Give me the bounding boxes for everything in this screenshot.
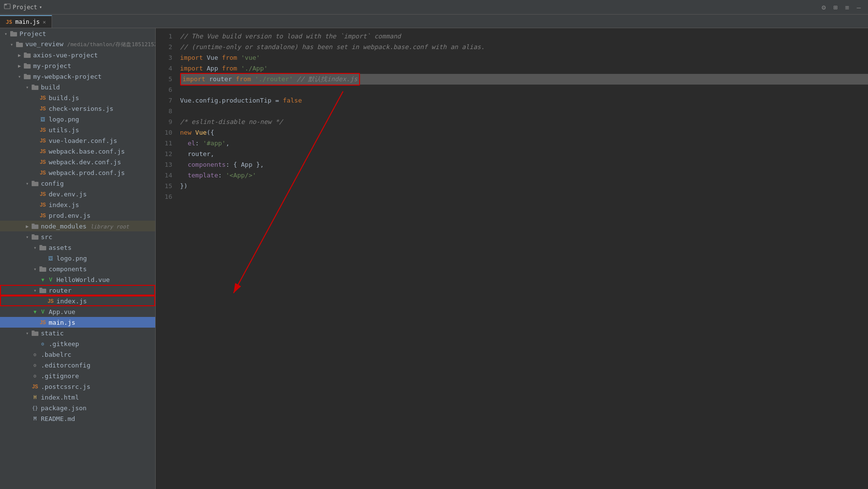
- package-json-icon: {}: [31, 404, 39, 411]
- sidebar-item-assets[interactable]: ▾ assets: [0, 242, 155, 253]
- sidebar-item-my-project[interactable]: ▶ my-project: [0, 60, 155, 71]
- code-line-15: }): [180, 181, 868, 192]
- settings-icon[interactable]: ⚙: [818, 2, 829, 13]
- logo-build-icon: 🖼: [39, 116, 47, 122]
- tab-close-icon[interactable]: ✕: [43, 19, 46, 25]
- sidebar-label-helloworld: HelloWorld.vue: [56, 276, 110, 283]
- svg-rect-23: [39, 266, 42, 268]
- sidebar-label-logo-src: logo.png: [56, 255, 87, 262]
- code-editor[interactable]: 1 2 3 4 5 6 7 8 9 10 11 12 13 14 15 16: [156, 28, 868, 489]
- sidebar[interactable]: ▾ Project ▾ vue_review /media/thanlon/存储…: [0, 28, 156, 489]
- sidebar-label-my-project: my-project: [33, 62, 71, 70]
- sidebar-label-build: build: [41, 84, 60, 91]
- sidebar-label-axios: axios-vue-project: [33, 52, 98, 59]
- sidebar-label-index-router: index.js: [56, 297, 87, 305]
- router-folder-icon: [39, 287, 47, 294]
- sidebar-item-index-html[interactable]: H index.html: [0, 392, 155, 402]
- project-dropdown[interactable]: Project ▾: [4, 3, 42, 11]
- config-icon[interactable]: ≡: [842, 2, 852, 13]
- sidebar-item-editorconfig[interactable]: ⚙ .editorconfig: [0, 360, 155, 370]
- sidebar-label-gitignore: .gitignore: [41, 372, 79, 380]
- expand-arrow-router: ▾: [31, 288, 39, 293]
- sidebar-label-babelrc: .babelrc: [41, 351, 72, 358]
- sidebar-label-vue-review: vue_review /media/thanlon/存储盘1851215200: [25, 40, 156, 48]
- code-line-8: [180, 106, 868, 117]
- sidebar-item-dev-env[interactable]: JS dev.env.js: [0, 189, 155, 199]
- sidebar-label-src: src: [41, 233, 52, 241]
- sidebar-label-router: router: [49, 287, 72, 294]
- sidebar-item-node-modules[interactable]: ▶ node_modules library root: [0, 221, 155, 231]
- webpack-base-icon: JS: [39, 148, 47, 155]
- sidebar-label-assets: assets: [49, 244, 72, 251]
- expand-arrow-assets: ▾: [31, 245, 39, 250]
- gitignore-icon: ⚙: [31, 372, 39, 379]
- sidebar-item-axios-vue[interactable]: ▶ axios-vue-project: [0, 50, 155, 60]
- code-line-1: // The Vue build version to load with th…: [180, 31, 868, 42]
- sidebar-item-postcssrc[interactable]: JS .postcssrc.js: [0, 381, 155, 392]
- svg-rect-11: [24, 74, 27, 76]
- sidebar-item-build-js[interactable]: JS build.js: [0, 92, 155, 103]
- sidebar-item-config[interactable]: ▾ config: [0, 178, 155, 189]
- sidebar-item-gitkeep[interactable]: ⚙ .gitkeep: [0, 338, 155, 349]
- code-line-13: components : { App },: [180, 159, 868, 170]
- sidebar-item-readme[interactable]: M README.md: [0, 413, 155, 424]
- expand-arrow-my-webpack: ▾: [16, 74, 23, 79]
- layout-icon[interactable]: ⊞: [830, 2, 841, 13]
- helloworld-icon: V: [47, 276, 54, 283]
- sidebar-item-check-versions[interactable]: JS check-versions.js: [0, 103, 155, 114]
- sidebar-label-vue-loader: vue-loader.conf.js: [49, 137, 117, 144]
- my-webpack-folder-icon: [23, 73, 31, 80]
- sidebar-item-prod-env[interactable]: JS prod.env.js: [0, 210, 155, 221]
- sidebar-item-babelrc[interactable]: ⚙ .babelrc: [0, 349, 155, 360]
- webpack-prod-icon: JS: [39, 169, 47, 176]
- sidebar-item-index-router[interactable]: JS index.js: [0, 296, 155, 306]
- sidebar-item-my-webpack[interactable]: ▾ my-webpack-project: [0, 71, 155, 82]
- sidebar-label-check-versions: check-versions.js: [49, 105, 113, 112]
- expand-arrow-config: ▾: [23, 181, 31, 186]
- tab-main-js[interactable]: JS main.js ✕: [0, 15, 52, 28]
- code-line-3: import Vue from 'vue': [180, 52, 868, 63]
- sidebar-item-build[interactable]: ▾ build: [0, 82, 155, 92]
- svg-rect-17: [32, 224, 35, 226]
- readme-icon: M: [31, 415, 39, 422]
- sidebar-item-router[interactable]: ▾ router: [0, 285, 155, 296]
- sidebar-label-webpack-prod: webpack.prod.conf.js: [49, 169, 125, 176]
- svg-rect-15: [32, 181, 35, 183]
- sidebar-label-readme: README.md: [41, 415, 75, 422]
- sidebar-item-logo-src[interactable]: 🖼 logo.png: [0, 253, 155, 263]
- sidebar-item-gitignore[interactable]: ⚙ .gitignore: [0, 370, 155, 381]
- sidebar-item-project[interactable]: ▾ Project: [0, 28, 155, 39]
- sidebar-label-postcssrc: .postcssrc.js: [41, 383, 90, 390]
- project-folder-icon: [10, 30, 18, 37]
- sidebar-item-logo-build[interactable]: 🖼 logo.png: [0, 114, 155, 124]
- sidebar-item-src[interactable]: ▾ src: [0, 231, 155, 242]
- index-config-icon: JS: [39, 201, 47, 208]
- minimize-icon[interactable]: —: [853, 2, 864, 13]
- sidebar-item-vue-loader[interactable]: JS vue-loader.conf.js: [0, 135, 155, 146]
- sidebar-item-utils[interactable]: JS utils.js: [0, 124, 155, 135]
- sidebar-item-package-json[interactable]: {} package.json: [0, 402, 155, 413]
- sidebar-label-config: config: [41, 180, 64, 187]
- code-line-12: router,: [180, 149, 868, 159]
- sidebar-item-webpack-base[interactable]: JS webpack.base.conf.js: [0, 146, 155, 157]
- axios-folder-icon: [23, 52, 31, 58]
- utils-icon: JS: [39, 126, 47, 133]
- sidebar-label-editorconfig: .editorconfig: [41, 362, 90, 369]
- sidebar-item-vue-review[interactable]: ▾ vue_review /media/thanlon/存储盘185121520…: [0, 39, 155, 50]
- sidebar-item-components[interactable]: ▾ components: [0, 263, 155, 274]
- svg-rect-3: [10, 31, 13, 33]
- sidebar-item-static[interactable]: ▾ static: [0, 328, 155, 338]
- sidebar-item-helloworld[interactable]: ▼ V HelloWorld.vue: [0, 274, 155, 285]
- sidebar-item-index-config[interactable]: JS index.js: [0, 199, 155, 210]
- sidebar-label-prod-env: prod.env.js: [49, 212, 90, 219]
- sidebar-item-app-vue[interactable]: ▼ V App.vue: [0, 306, 155, 317]
- gitkeep-icon: ⚙: [39, 340, 47, 347]
- svg-rect-27: [32, 331, 35, 332]
- check-versions-icon: JS: [39, 105, 47, 112]
- sidebar-item-webpack-dev[interactable]: JS webpack.dev.conf.js: [0, 157, 155, 167]
- node-modules-folder-icon: [31, 223, 39, 229]
- code-line-10: new Vue ({: [180, 127, 868, 138]
- sidebar-item-webpack-prod[interactable]: JS webpack.prod.conf.js: [0, 167, 155, 178]
- code-line-7: Vue.config.productionTip = false: [180, 95, 868, 106]
- sidebar-item-main-js[interactable]: JS main.js: [0, 317, 155, 328]
